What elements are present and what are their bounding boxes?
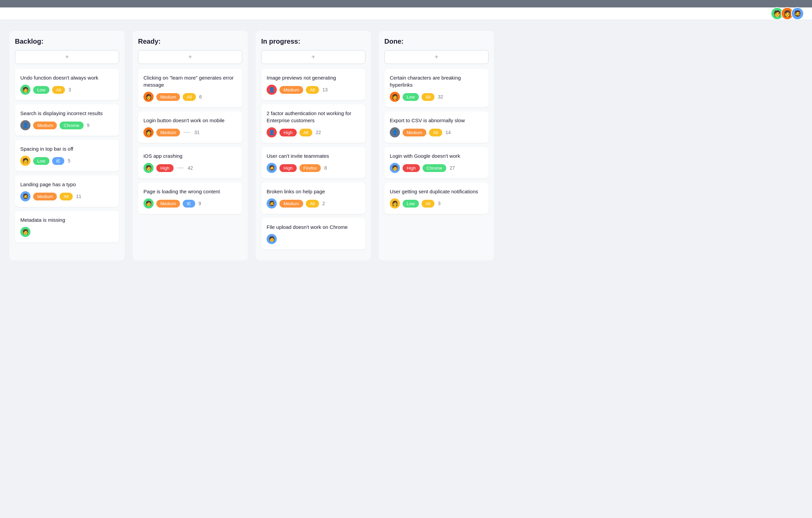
card-count: 31 — [194, 130, 200, 135]
card-meta: 👤MediumChrome9 — [20, 120, 114, 130]
priority-badge: Medium — [156, 93, 180, 101]
card-ready-3[interactable]: Page is loading the wrong content🧑Medium… — [138, 182, 242, 214]
board: Backlog:+Undo function doesn't always wo… — [0, 20, 812, 271]
card-meta: 🧔HighFirefox8 — [267, 163, 360, 173]
card-title: iOS app crashing — [143, 152, 237, 159]
card-ready-0[interactable]: Clicking on "learn more" generates error… — [138, 69, 242, 107]
card-ready-1[interactable]: Login button doesn't work on mobile👩Medi… — [138, 111, 242, 143]
column-backlog: Backlog:+Undo function doesn't always wo… — [9, 31, 125, 260]
card-count: 5 — [68, 158, 70, 164]
card-title: Export to CSV is abnormally slow — [390, 117, 483, 124]
avatar: 👤 — [20, 120, 30, 130]
priority-badge: Medium — [279, 200, 303, 208]
card-meta: 🧔MediumAll11 — [20, 191, 114, 201]
card-count: 6 — [199, 94, 202, 100]
avatar: 🧔 — [267, 163, 277, 173]
card-in-progress-1[interactable]: 2 factor authentication not working for … — [261, 104, 365, 143]
priority-badge: High — [279, 164, 297, 172]
avatar: 🧑 — [20, 85, 30, 95]
card-backlog-4[interactable]: Metadata is missing🧑 — [15, 211, 119, 242]
priority-badge: Low — [33, 157, 49, 165]
card-count: 3 — [438, 201, 441, 206]
priority-badge: Medium — [403, 129, 426, 136]
card-in-progress-0[interactable]: Image previews not generating👤MediumAll1… — [261, 69, 365, 100]
tag-badge: All — [306, 200, 319, 208]
avatar: 🧔 — [267, 198, 277, 209]
card-title: Image previews not generating — [267, 74, 360, 81]
tag-badge: IE — [183, 200, 195, 208]
avatar-3[interactable]: 🧔 — [791, 7, 804, 20]
priority-badge: High — [156, 164, 174, 172]
avatar: 👤 — [267, 85, 277, 95]
card-done-2[interactable]: Login with Google doesn't work🧑HighChrom… — [384, 147, 489, 178]
card-title: Search is displaying incorrect results — [20, 110, 114, 117]
tag-badge: All — [183, 93, 196, 101]
card-count: 11 — [76, 194, 82, 199]
card-title: User can't invite teammates — [267, 152, 360, 159]
column-header-ready: Ready: — [138, 38, 242, 45]
card-in-progress-3[interactable]: Broken links on help page🧔MediumAll2 — [261, 182, 365, 214]
card-backlog-2[interactable]: Spacing in top bar is off🧑LowIE5 — [15, 140, 119, 171]
priority-badge: Medium — [279, 86, 303, 94]
card-meta: 👩LowAll3 — [390, 198, 483, 209]
card-meta: 🧑LowIE5 — [20, 156, 114, 166]
card-count: 27 — [450, 165, 455, 171]
card-done-0[interactable]: Certain characters are breaking hyperlin… — [384, 69, 489, 107]
card-count: 22 — [316, 130, 321, 135]
card-backlog-3[interactable]: Landing page has a typo🧔MediumAll11 — [15, 175, 119, 207]
priority-badge: Low — [403, 200, 419, 208]
add-card-button-in-progress[interactable]: + — [261, 50, 365, 64]
avatar: 👩 — [390, 198, 400, 209]
add-card-button-ready[interactable]: + — [138, 50, 242, 64]
card-title: Certain characters are breaking hyperlin… — [390, 74, 483, 88]
tag-badge: Chrome — [423, 164, 446, 172]
card-title: Spacing in top bar is off — [20, 145, 114, 152]
card-count: 13 — [322, 87, 328, 92]
card-meta: 👤MediumAll14 — [390, 127, 483, 137]
card-done-3[interactable]: User getting sent duplicate notification… — [384, 182, 489, 214]
priority-badge: High — [279, 129, 297, 136]
card-backlog-0[interactable]: Undo function doesn't always work🧑LowAll… — [15, 69, 119, 100]
priority-badge: Medium — [156, 129, 180, 136]
card-ready-2[interactable]: iOS app crashing🧑High42 — [138, 147, 242, 178]
tag-badge: All — [299, 129, 312, 136]
avatar: 🧔 — [20, 191, 30, 201]
avatar: 👩 — [390, 92, 400, 102]
add-card-button-backlog[interactable]: + — [15, 50, 119, 64]
card-meta: 🧔MediumAll2 — [267, 198, 360, 209]
tag-badge: All — [60, 193, 72, 200]
tag-badge: All — [429, 129, 442, 136]
card-meta: 👤MediumAll13 — [267, 85, 360, 95]
avatar: 🧑 — [390, 163, 400, 173]
card-count: 42 — [188, 165, 193, 171]
tag-badge: All — [422, 200, 434, 208]
column-ready: Ready:+Clicking on "learn more" generate… — [133, 31, 248, 260]
card-count: 2 — [322, 201, 325, 206]
card-meta: 🧑HighChrome27 — [390, 163, 483, 173]
card-count: 8 — [324, 165, 327, 171]
separator — [177, 168, 184, 168]
priority-badge: Low — [403, 93, 419, 101]
card-title: Clicking on "learn more" generates error… — [143, 74, 237, 88]
card-done-1[interactable]: Export to CSV is abnormally slow👤MediumA… — [384, 111, 489, 143]
card-title: User getting sent duplicate notification… — [390, 188, 483, 195]
tag-badge: Chrome — [60, 122, 83, 129]
avatar: 🧑 — [267, 234, 277, 244]
card-meta: 🧑High42 — [143, 163, 237, 173]
card-meta: 👤HighAll22 — [267, 127, 360, 137]
priority-badge: High — [403, 164, 420, 172]
avatar: 🧑 — [143, 163, 154, 173]
card-meta: 🧑MediumIE9 — [143, 198, 237, 209]
priority-badge: Low — [33, 86, 49, 94]
card-backlog-1[interactable]: Search is displaying incorrect results👤M… — [15, 104, 119, 136]
card-meta: 🧑 — [267, 234, 360, 244]
column-header-done: Done: — [384, 38, 489, 45]
add-card-button-done[interactable]: + — [384, 50, 489, 64]
card-meta: 👩Medium31 — [143, 127, 237, 137]
card-title: Login button doesn't work on mobile — [143, 117, 237, 124]
card-in-progress-2[interactable]: User can't invite teammates🧔HighFirefox8 — [261, 147, 365, 178]
card-count: 3 — [68, 87, 71, 92]
separator — [183, 132, 190, 133]
card-in-progress-4[interactable]: File upload doesn't work on Chrome🧑 — [261, 218, 365, 250]
card-meta: 👩MediumAll6 — [143, 92, 237, 102]
